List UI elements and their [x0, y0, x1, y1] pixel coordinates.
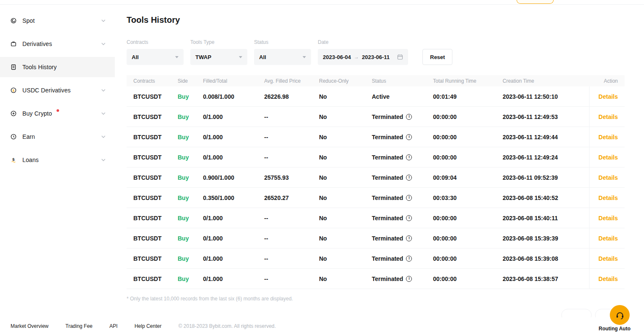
- cell-creation-time: 2023-06-11 09:52:39: [503, 174, 589, 181]
- cell-filled-total: 0/1.000: [203, 215, 264, 222]
- cell-reduce-only: No: [319, 276, 372, 282]
- details-link[interactable]: Details: [589, 188, 618, 208]
- cell-side: Buy: [178, 154, 203, 161]
- info-icon[interactable]: !: [406, 195, 412, 201]
- cell-status: Active !: [372, 93, 433, 100]
- cell-total-running-time: 00:03:30: [433, 195, 503, 201]
- chevron-down-icon: [101, 19, 106, 22]
- cell-creation-time: 2023-06-08 15:39:08: [503, 255, 589, 262]
- cell-reduce-only: No: [319, 255, 372, 262]
- sidebar: Spot Derivatives Tools History $ USDC De…: [0, 4, 115, 173]
- support-chat-button[interactable]: [610, 305, 630, 325]
- column-header-avg-filled-price: Avg. Filled Price: [264, 78, 319, 84]
- status-filter-dropdown[interactable]: All: [254, 49, 311, 65]
- cell-status: Terminated !: [372, 215, 433, 222]
- dropdown-caret-icon: [175, 56, 179, 58]
- details-link[interactable]: Details: [589, 107, 618, 127]
- tools-type-filter-dropdown[interactable]: TWAP: [190, 49, 247, 65]
- status-text: Terminated: [372, 134, 403, 140]
- info-icon[interactable]: !: [406, 154, 412, 160]
- main-content: Tools History Contracts All Tools Type T…: [127, 4, 625, 302]
- cell-status: Terminated !: [372, 195, 433, 201]
- cell-total-running-time: 00:00:00: [433, 154, 503, 161]
- footer-link-market-overview[interactable]: Market Overview: [11, 323, 49, 329]
- details-link[interactable]: Details: [589, 249, 618, 268]
- info-icon[interactable]: !: [406, 215, 412, 221]
- cell-reduce-only: No: [319, 134, 372, 140]
- footer-link-api[interactable]: API: [109, 323, 117, 329]
- contracts-filter-dropdown[interactable]: All: [127, 49, 184, 65]
- info-icon[interactable]: !: [406, 114, 412, 120]
- cell-creation-time: 2023-06-08 15:40:52: [503, 195, 589, 201]
- details-link[interactable]: Details: [589, 86, 618, 106]
- table-row: BTCUSDT Buy 0.900/1.000 25755.93 No Term…: [127, 168, 625, 188]
- cell-status: Terminated !: [372, 235, 433, 242]
- headset-icon: [615, 310, 625, 320]
- derivatives-icon: [10, 41, 17, 47]
- status-text: Active: [372, 93, 390, 100]
- sidebar-item-label: Derivatives: [22, 41, 52, 47]
- cell-total-running-time: 00:00:00: [433, 255, 503, 262]
- sidebar-item-tools-history[interactable]: Tools History: [0, 57, 115, 77]
- cell-contracts: BTCUSDT: [133, 154, 178, 161]
- status-filter-value: All: [259, 54, 266, 60]
- sidebar-item-loans[interactable]: $ Loans: [0, 150, 115, 170]
- details-link[interactable]: Details: [589, 127, 618, 147]
- status-text: Terminated: [372, 215, 403, 222]
- cell-filled-total: 0.350/1.000: [203, 195, 264, 201]
- status-text: Terminated: [372, 235, 403, 242]
- status-text: Terminated: [372, 255, 403, 262]
- details-link[interactable]: Details: [589, 269, 618, 289]
- table-row: BTCUSDT Buy 0/1.000 -- No Terminated ! 0…: [127, 228, 625, 249]
- calendar-icon: [397, 54, 403, 60]
- footer-link-help-center[interactable]: Help Center: [135, 323, 162, 329]
- cell-creation-time: 2023-06-08 15:39:39: [503, 235, 589, 242]
- sidebar-item-label: USDC Derivatives: [22, 87, 70, 94]
- details-link[interactable]: Details: [589, 168, 618, 187]
- chevron-down-icon: [101, 135, 106, 138]
- cell-filled-total: 0/1.000: [203, 134, 264, 140]
- footer-link-trading-fee[interactable]: Trading Fee: [65, 323, 92, 329]
- table-row: BTCUSDT Buy 0/1.000 -- No Terminated ! 0…: [127, 269, 625, 289]
- sidebar-item-spot[interactable]: Spot: [0, 11, 115, 31]
- sidebar-item-earn[interactable]: Earn: [0, 127, 115, 147]
- cell-status: Terminated !: [372, 113, 433, 120]
- column-header-action: Action: [589, 78, 618, 84]
- sidebar-item-usdc-derivatives[interactable]: $ USDC Derivatives: [0, 80, 115, 100]
- cell-avg-filled-price: --: [264, 113, 319, 120]
- reset-button[interactable]: Reset: [422, 49, 452, 65]
- cell-side: Buy: [178, 276, 203, 282]
- cell-filled-total: 0.008/1.000: [203, 93, 264, 100]
- cell-avg-filled-price: --: [264, 154, 319, 161]
- cell-avg-filled-price: --: [264, 255, 319, 262]
- cell-avg-filled-price: --: [264, 276, 319, 282]
- info-icon[interactable]: !: [406, 256, 412, 262]
- cell-creation-time: 2023-06-11 12:49:24: [503, 154, 589, 161]
- status-filter-label: Status: [254, 39, 311, 45]
- sidebar-item-buy-crypto[interactable]: Buy Crypto: [0, 103, 115, 124]
- info-icon[interactable]: !: [406, 134, 412, 140]
- table-row: BTCUSDT Buy 0.350/1.000 26520.27 No Term…: [127, 188, 625, 208]
- buy-crypto-icon: [10, 110, 17, 117]
- details-link[interactable]: Details: [589, 228, 618, 248]
- info-icon[interactable]: !: [406, 175, 412, 181]
- details-link[interactable]: Details: [589, 208, 618, 228]
- date-range-picker[interactable]: 2023-06-04 → 2023-06-11: [318, 49, 408, 65]
- details-link[interactable]: Details: [589, 147, 618, 167]
- info-icon[interactable]: !: [406, 276, 412, 282]
- sidebar-item-label: Earn: [22, 133, 35, 140]
- cell-avg-filled-price: 26226.98: [264, 93, 319, 100]
- column-header-creation-time: Creation Time: [503, 78, 589, 84]
- cell-creation-time: 2023-06-11 12:50:10: [503, 93, 589, 100]
- cell-side: Buy: [178, 195, 203, 201]
- cell-reduce-only: No: [319, 113, 372, 120]
- sidebar-item-label: Tools History: [22, 64, 57, 70]
- chevron-down-icon: [101, 159, 106, 161]
- dropdown-caret-icon: [239, 56, 242, 58]
- cell-reduce-only: No: [319, 215, 372, 222]
- sidebar-item-derivatives[interactable]: Derivatives: [0, 34, 115, 54]
- top-partial-button[interactable]: [517, 0, 554, 4]
- cell-creation-time: 2023-06-11 12:49:53: [503, 113, 589, 120]
- sidebar-item-label: Loans: [22, 157, 39, 163]
- info-icon[interactable]: !: [406, 235, 412, 241]
